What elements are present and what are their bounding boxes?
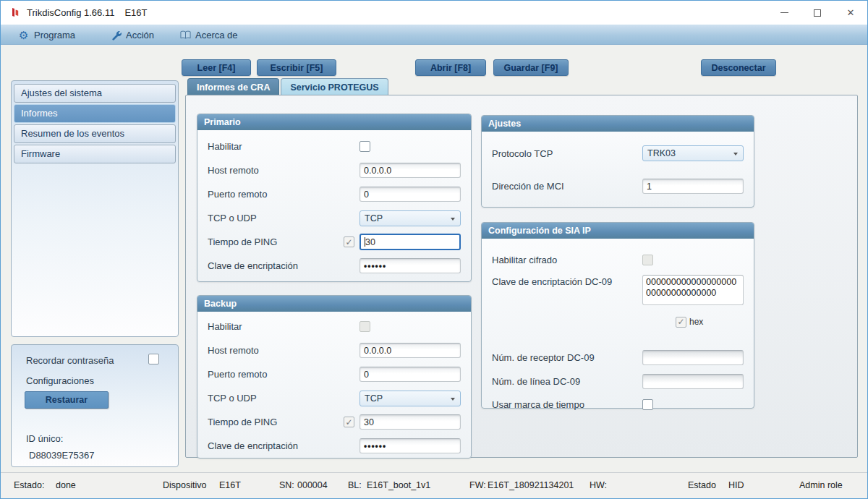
backup-ping-label: Tiempo de PING [208, 417, 344, 427]
backup-ping-checkbox[interactable] [344, 417, 354, 427]
backup-key-value: •••••• [364, 441, 386, 451]
maximize-icon [814, 9, 821, 17]
disconnect-button[interactable]: Desconectar [701, 59, 776, 76]
primary-ping-checkbox[interactable] [344, 236, 354, 247]
primary-key-input[interactable]: •••••• [359, 258, 461, 273]
remember-password-checkbox[interactable] [148, 354, 159, 364]
sidebar-account-box: Recordar contraseña Configuraciones Rest… [11, 344, 179, 467]
minimize-icon [780, 12, 788, 13]
menu-accion[interactable]: Acción [105, 25, 160, 45]
primary-host-input[interactable]: 0.0.0.0 [359, 163, 461, 178]
sidebar-item-firmware[interactable]: Firmware [14, 145, 176, 163]
backup-ping-input[interactable]: 30 [359, 414, 461, 430]
sidebar-nav: Ajustes del sistema Informes Resumen de … [11, 80, 179, 337]
backup-port-input[interactable]: 0 [359, 367, 461, 382]
tcp-protocol-select[interactable]: TRK03 [642, 145, 744, 161]
tab-informes-cra[interactable]: Informes de CRA [187, 78, 279, 95]
row-backup-key: Clave de encriptación •••••• [208, 434, 461, 458]
row-sia-cipher: Habilitar cifrado [492, 249, 744, 270]
minimize-button[interactable] [767, 1, 801, 25]
row-primary-port: Puerto remoto 0 [208, 182, 461, 206]
close-button[interactable]: ✕ [834, 1, 867, 25]
menu-acerca[interactable]: Acerca de [174, 25, 244, 45]
backup-protocol-value: TCP [365, 393, 383, 404]
sidebar-item-ajustes-del-sistema[interactable]: Ajustes del sistema [14, 84, 176, 103]
group-backup: Backup Habilitar Host remoto 0.0.0.0 Pue… [197, 295, 472, 459]
group-ajustes: Ajustes Protocolo TCP TRK03 Dirección de… [481, 115, 754, 208]
group-backup-header: Backup [197, 296, 471, 312]
wrench-icon [111, 30, 122, 40]
row-primary-ping: Tiempo de PING 30 [208, 230, 461, 254]
unique-id-label: ID único: [26, 433, 63, 444]
menu-programa[interactable]: ⚙ Programa [13, 25, 81, 45]
app-title: TrikdisConfig 1.66.11 [27, 7, 114, 18]
backup-host-value: 0.0.0.0 [364, 346, 391, 356]
row-sia-hex: hex [492, 312, 744, 331]
status-admin-role: Admin role [799, 473, 843, 498]
sia-cipher-checkbox[interactable] [642, 255, 653, 265]
window-title: TrikdisConfig 1.66.11E16T [27, 1, 147, 25]
book-icon [180, 30, 191, 40]
status-fw-value: E16T_180921134201 [488, 473, 574, 498]
group-ajustes-header: Ajustes [482, 116, 754, 132]
dropdown-arrow-icon [451, 218, 455, 221]
dropdown-arrow-icon [733, 153, 738, 155]
write-button[interactable]: Escribir [F5] [257, 59, 336, 76]
maximize-button[interactable] [801, 1, 834, 25]
status-estado: Estado [688, 473, 716, 498]
primary-port-label: Puerto remoto [208, 189, 359, 200]
status-state-label: Estado: [14, 473, 44, 498]
primary-ping-label: Tiempo de PING [208, 236, 344, 247]
backup-host-input[interactable]: 0.0.0.0 [359, 343, 461, 358]
sia-hex-checkbox[interactable] [676, 317, 686, 328]
group-primario: Primario Habilitar Host remoto 0.0.0.0 P… [197, 114, 472, 282]
row-sia-receiver: Núm. de receptor DC-09 [492, 346, 744, 370]
status-hid: HID [728, 473, 744, 498]
backup-port-value: 0 [364, 370, 369, 380]
primary-port-input[interactable]: 0 [359, 187, 461, 202]
sia-key-input[interactable]: 00000000000000000000000000000000 [642, 275, 744, 305]
title-bar: TrikdisConfig 1.66.11E16T ✕ [1, 1, 867, 25]
primary-ping-input[interactable]: 30 [359, 234, 461, 250]
row-primary-key: Clave de encriptación •••••• [208, 254, 461, 278]
sidebar-item-resumen-eventos[interactable]: Resumen de los eventos [14, 124, 176, 143]
group-primario-header: Primario [197, 114, 471, 130]
row-backup-enable: Habilitar [208, 315, 461, 338]
sidebar-item-informes[interactable]: Informes [14, 104, 176, 123]
menu-acerca-label: Acerca de [195, 30, 238, 40]
restore-button[interactable]: Restaurar [25, 391, 109, 409]
primary-protocol-select[interactable]: TCP [359, 210, 461, 226]
primary-protocol-label: TCP o UDP [208, 213, 359, 223]
primary-protocol-value: TCP [365, 213, 383, 223]
backup-port-label: Puerto remoto [208, 369, 359, 380]
row-backup-host: Host remoto 0.0.0.0 [208, 338, 461, 362]
row-primary-host: Host remoto 0.0.0.0 [208, 158, 461, 182]
row-tcp-protocol: Protocolo TCP TRK03 [492, 145, 744, 161]
unique-id-value: D88039E75367 [29, 450, 94, 461]
menu-programa-label: Programa [34, 30, 75, 40]
sia-hex-label: hex [689, 317, 703, 327]
sia-timestamp-checkbox[interactable] [642, 399, 653, 410]
backup-protocol-select[interactable]: TCP [359, 391, 461, 406]
primary-host-label: Host remoto [208, 165, 359, 176]
primary-enable-checkbox[interactable] [359, 141, 370, 152]
backup-enable-checkbox[interactable] [359, 321, 370, 332]
backup-host-label: Host remoto [208, 345, 359, 356]
read-button[interactable]: Leer [F4] [182, 59, 251, 76]
sia-line-input[interactable] [642, 374, 744, 389]
save-button[interactable]: Guardar [F9] [493, 59, 569, 76]
close-icon: ✕ [847, 8, 855, 17]
row-sia-timestamp: Usar marca de tiempo [492, 393, 744, 415]
status-hw-label: HW: [590, 473, 607, 498]
primary-host-value: 0.0.0.0 [364, 166, 391, 176]
status-bl-value: E16T_boot_1v1 [367, 473, 430, 498]
row-primary-enable: Habilitar [208, 135, 461, 158]
open-button[interactable]: Abrir [F8] [415, 59, 486, 76]
primary-ping-value: 30 [365, 237, 375, 247]
backup-key-input[interactable]: •••••• [359, 438, 461, 453]
sia-key-label: Clave de encriptación DC-09 [492, 275, 642, 287]
mci-address-input[interactable]: 1 [642, 179, 744, 194]
status-device-label: Dispositivo [163, 473, 206, 498]
tab-servicio-protegus[interactable]: Servicio PROTEGUS [281, 78, 388, 95]
sia-receiver-input[interactable] [642, 350, 744, 365]
